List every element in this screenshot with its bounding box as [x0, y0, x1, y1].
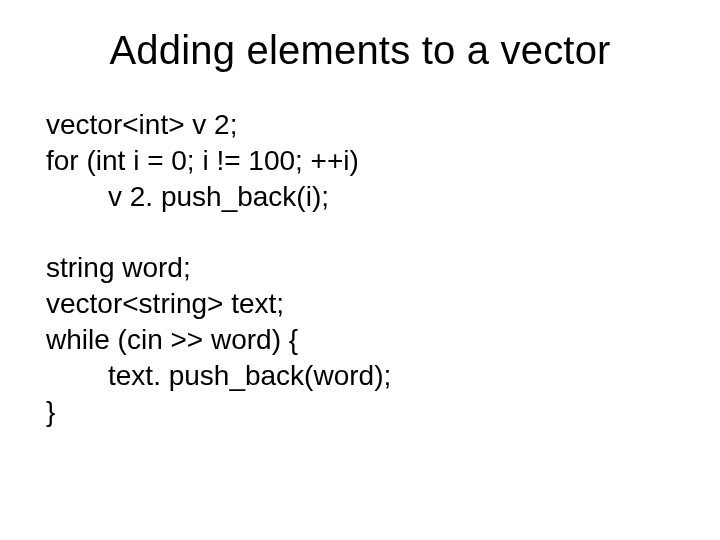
code-line: vector<int> v 2;: [46, 107, 674, 143]
slide-title: Adding elements to a vector: [46, 28, 674, 73]
blank-line: [46, 214, 674, 250]
code-line: string word;: [46, 250, 674, 286]
code-line: for (int i = 0; i != 100; ++i): [46, 143, 674, 179]
code-line: }: [46, 394, 674, 430]
code-block: vector<int> v 2; for (int i = 0; i != 10…: [46, 107, 674, 430]
code-line: v 2. push_back(i);: [46, 179, 674, 215]
slide: Adding elements to a vector vector<int> …: [0, 0, 720, 540]
code-line: vector<string> text;: [46, 286, 674, 322]
code-line: while (cin >> word) {: [46, 322, 674, 358]
code-line: text. push_back(word);: [46, 358, 674, 394]
